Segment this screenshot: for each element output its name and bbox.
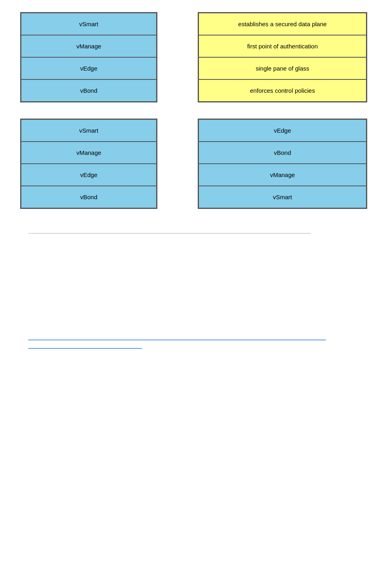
section2-right-item-3[interactable]: vManage (199, 164, 366, 186)
section1-left-item-4[interactable]: vBond (21, 79, 157, 102)
section2-right-item-1[interactable]: vEdge (199, 119, 366, 142)
section1-left-item-1[interactable]: vSmart (21, 13, 157, 35)
section2-right-column: vEdge vBond vManage vSmart (198, 119, 367, 209)
links-area: ________________________________________… (20, 334, 369, 349)
section2-right-item-4[interactable]: vSmart (199, 186, 366, 208)
section2-left-item-2[interactable]: vManage (21, 142, 157, 164)
divider-line (28, 233, 311, 234)
section1: vSmart vManage vEdge vBond establishes a… (20, 12, 369, 102)
section1-right-item-1[interactable]: establishes a secured data plane (199, 13, 366, 35)
section2-left-item-1[interactable]: vSmart (21, 119, 157, 142)
link1[interactable]: ________________________________________… (28, 334, 361, 340)
section1-right-item-4[interactable]: enforces control policies (199, 79, 366, 102)
section2-left-column: vSmart vManage vEdge vBond (20, 119, 157, 209)
section1-left-column: vSmart vManage vEdge vBond (20, 12, 157, 102)
section1-left-item-2[interactable]: vManage (21, 35, 157, 57)
section2-right-item-2[interactable]: vBond (199, 142, 366, 164)
section2: vSmart vManage vEdge vBond vEdge vBond v… (20, 119, 369, 209)
section2-left-item-3[interactable]: vEdge (21, 164, 157, 186)
section1-left-item-3[interactable]: vEdge (21, 57, 157, 79)
main-container: vSmart vManage vEdge vBond establishes a… (8, 8, 381, 355)
link2[interactable]: _______________________________________ (28, 343, 361, 349)
section1-right-item-2[interactable]: first point of authentication (199, 35, 366, 57)
section1-right-item-3[interactable]: single pane of glass (199, 57, 366, 79)
section2-left-item-4[interactable]: vBond (21, 186, 157, 208)
section1-right-column: establishes a secured data plane first p… (198, 12, 367, 102)
divider-area (20, 233, 369, 234)
